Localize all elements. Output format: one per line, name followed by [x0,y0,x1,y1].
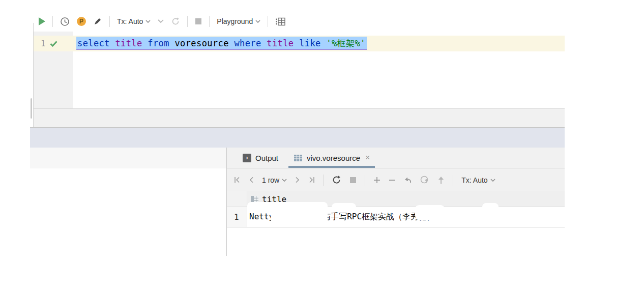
tab-label: Output [255,154,278,162]
app-window: P Tx: Auto Playground [0,0,644,287]
editor-line-1[interactable]: 1 select title from voresource where tit… [34,36,565,51]
chevron-down-icon [255,20,260,23]
chevron-down-icon [490,179,495,182]
grid-corner-cell[interactable] [227,191,247,207]
text-selection: select title from voresource where title… [76,37,367,50]
sql-statement[interactable]: select title from voresource where title… [76,38,367,49]
page-size-dropdown[interactable]: 1 row [262,176,287,184]
browse-data-icon[interactable] [275,17,285,26]
history-icon[interactable] [60,17,70,26]
toolbar-separator [109,16,110,27]
tab-label: vivo.voresource [307,154,360,162]
revert-icon[interactable] [404,177,412,184]
results-toolbar: 1 row Tx: [227,168,565,191]
next-page-icon[interactable] [295,177,300,183]
redaction-smudge [271,205,328,224]
row-number-cell[interactable]: 1 [227,207,247,227]
console-output-icon: › [243,154,251,162]
chevron-down-icon[interactable] [158,19,164,23]
tab-output[interactable]: › Output [238,148,283,168]
results-tabbar: › Output vivo.voresource × [226,148,565,168]
tx-mode-dropdown[interactable]: Tx: Auto [461,176,495,184]
collapsed-panel-band[interactable] [30,127,565,148]
redaction-smudge [415,205,445,220]
scrollbar-thumb[interactable] [31,98,32,119]
toolbar-separator [268,16,268,27]
toolbar-separator [52,16,53,27]
run-icon[interactable] [39,17,45,25]
editor-toolbar: P Tx: Auto Playground [34,14,359,32]
reload-icon[interactable] [332,175,341,185]
chevron-down-icon [282,179,287,182]
line-number: 1 [41,39,46,48]
redaction-smudge [482,203,499,211]
toolbar-separator [209,16,210,27]
toolbar-separator [453,175,453,186]
profiler-icon[interactable]: P [77,17,86,26]
edit-pencil-icon[interactable] [93,17,102,26]
previous-page-icon[interactable] [249,177,254,183]
tab-result-grid[interactable]: vivo.voresource × [288,148,375,168]
rerun-icon[interactable] [171,17,180,26]
editor-bottom-bar [34,108,565,127]
stop-icon[interactable] [349,177,357,184]
toolbar-separator [365,175,365,186]
delete-row-icon[interactable] [389,179,396,181]
active-tab-underline [288,166,375,168]
close-icon[interactable]: × [365,153,370,162]
last-page-icon[interactable] [308,177,315,183]
redaction-smudge [332,203,356,212]
chevron-down-icon [145,20,151,23]
stop-icon[interactable] [195,18,202,25]
toolbar-separator [323,175,324,186]
toolbar-separator [187,16,188,27]
commit-icon[interactable] [437,176,445,184]
success-check-icon [50,41,57,47]
tx-mode-dropdown[interactable]: Tx: Auto [117,17,151,25]
console-selector-dropdown[interactable]: Playground [217,17,260,25]
table-icon [294,154,303,162]
first-page-icon[interactable] [234,177,241,183]
add-row-icon[interactable] [373,177,380,184]
submit-icon[interactable] [420,176,429,185]
